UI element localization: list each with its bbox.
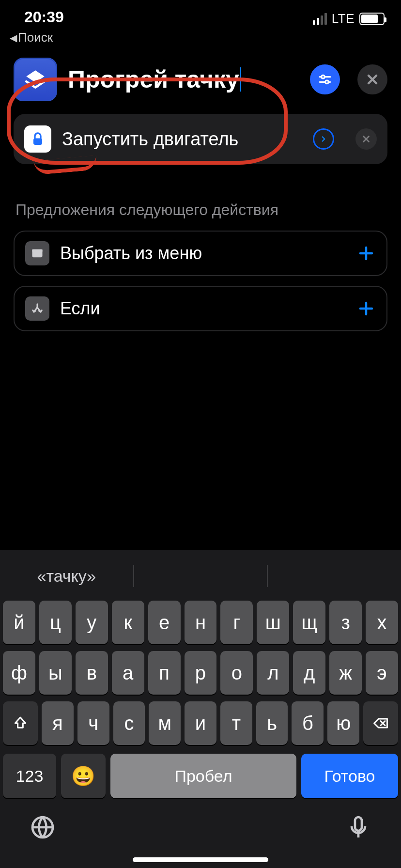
key-з[interactable]: з bbox=[329, 601, 362, 644]
key-д[interactable]: д bbox=[293, 651, 325, 695]
add-suggestion-button[interactable] bbox=[356, 244, 376, 263]
globe-key[interactable] bbox=[29, 814, 56, 843]
keyboard-bottom-row: 123 😀 Пробел Готово bbox=[0, 752, 401, 805]
home-indicator[interactable] bbox=[133, 857, 268, 862]
key-с[interactable]: с bbox=[113, 701, 145, 745]
key-т[interactable]: т bbox=[220, 701, 252, 745]
key-а[interactable]: а bbox=[112, 651, 144, 695]
key-ш[interactable]: ш bbox=[257, 601, 289, 644]
key-ы[interactable]: ы bbox=[39, 651, 72, 695]
status-bar: 20:39 LTE bbox=[0, 0, 401, 26]
key-в[interactable]: в bbox=[76, 651, 108, 695]
keyboard-row-1: йцукенгшщзх bbox=[3, 601, 398, 644]
text-cursor bbox=[240, 67, 241, 92]
keyboard-row-3: ячсмитьбю bbox=[3, 701, 398, 745]
svg-point-3 bbox=[325, 80, 329, 84]
action-start-engine[interactable]: Запустить двигатель bbox=[14, 114, 387, 164]
action-app-icon bbox=[24, 125, 51, 153]
suggestion-choose-from-menu[interactable]: Выбрать из меню bbox=[14, 231, 387, 276]
shortcut-title-input[interactable]: Прогрей тачку bbox=[68, 65, 299, 93]
action-remove-button[interactable] bbox=[355, 128, 377, 150]
menu-icon bbox=[25, 241, 49, 265]
back-chevron-icon: ◀ bbox=[10, 32, 17, 44]
shortcut-title-text: Прогрей тачку bbox=[68, 66, 239, 93]
space-key[interactable]: Пробел bbox=[110, 754, 296, 798]
action-label: Запустить двигатель bbox=[62, 129, 302, 150]
emoji-key[interactable]: 😀 bbox=[61, 754, 106, 798]
key-п[interactable]: п bbox=[148, 651, 181, 695]
svg-rect-7 bbox=[33, 139, 42, 145]
dictation-key[interactable] bbox=[345, 814, 372, 843]
done-key[interactable]: Готово bbox=[301, 754, 398, 798]
back-to-search[interactable]: ◀ Поиск bbox=[0, 26, 401, 45]
keyboard-suggestion[interactable]: «тачку» bbox=[0, 567, 133, 586]
key-и[interactable]: и bbox=[185, 701, 216, 745]
add-suggestion-button[interactable] bbox=[356, 299, 376, 318]
svg-rect-11 bbox=[32, 249, 43, 252]
key-р[interactable]: р bbox=[185, 651, 217, 695]
key-л[interactable]: л bbox=[257, 651, 289, 695]
cellular-signal-icon bbox=[313, 13, 327, 25]
key-э[interactable]: э bbox=[366, 651, 398, 695]
suggestions-title: Предложения следующего действия bbox=[15, 201, 386, 219]
key-ф[interactable]: ф bbox=[3, 651, 35, 695]
key-й[interactable]: й bbox=[3, 601, 35, 644]
numbers-key[interactable]: 123 bbox=[3, 754, 56, 798]
keyboard-row-2: фывапролджэ bbox=[3, 651, 398, 695]
shift-key[interactable] bbox=[3, 701, 38, 745]
status-right: LTE bbox=[313, 11, 385, 26]
key-г[interactable]: г bbox=[220, 601, 253, 644]
branch-icon bbox=[25, 296, 49, 321]
key-ж[interactable]: ж bbox=[329, 651, 362, 695]
keyboard-suggestion-bar: «тачку» bbox=[0, 555, 401, 597]
key-я[interactable]: я bbox=[42, 701, 74, 745]
key-б[interactable]: б bbox=[292, 701, 324, 745]
key-у[interactable]: у bbox=[76, 601, 108, 644]
suggestion-label: Если bbox=[60, 298, 346, 319]
svg-point-1 bbox=[322, 75, 325, 78]
divider bbox=[267, 565, 268, 587]
keyboard-footer bbox=[0, 805, 401, 857]
battery-icon bbox=[359, 13, 385, 25]
key-ь[interactable]: ь bbox=[256, 701, 288, 745]
status-time: 20:39 bbox=[24, 8, 64, 26]
key-о[interactable]: о bbox=[220, 651, 253, 695]
suggestion-if[interactable]: Если bbox=[14, 286, 387, 331]
content-area: Запустить двигатель Предложения следующе… bbox=[0, 111, 401, 550]
key-ч[interactable]: ч bbox=[77, 701, 109, 745]
key-ю[interactable]: ю bbox=[327, 701, 359, 745]
shortcut-settings-button[interactable] bbox=[310, 64, 340, 94]
back-label: Поиск bbox=[18, 30, 53, 45]
key-ц[interactable]: ц bbox=[39, 601, 72, 644]
key-к[interactable]: к bbox=[112, 601, 144, 644]
key-щ[interactable]: щ bbox=[293, 601, 325, 644]
close-button[interactable] bbox=[357, 64, 387, 94]
action-expand-button[interactable] bbox=[313, 128, 334, 150]
key-х[interactable]: х bbox=[366, 601, 398, 644]
network-label: LTE bbox=[332, 11, 355, 26]
delete-key[interactable] bbox=[363, 701, 398, 745]
suggestion-label: Выбрать из меню bbox=[60, 243, 346, 264]
svg-rect-19 bbox=[355, 817, 362, 831]
key-н[interactable]: н bbox=[185, 601, 217, 644]
key-е[interactable]: е bbox=[148, 601, 181, 644]
shortcut-header: Прогрей тачку bbox=[0, 45, 401, 111]
shortcut-app-icon[interactable] bbox=[14, 58, 57, 101]
key-м[interactable]: м bbox=[149, 701, 181, 745]
keyboard: «тачку» йцукенгшщзх фывапролджэ ячсмитьб… bbox=[0, 550, 401, 868]
divider bbox=[133, 565, 134, 587]
